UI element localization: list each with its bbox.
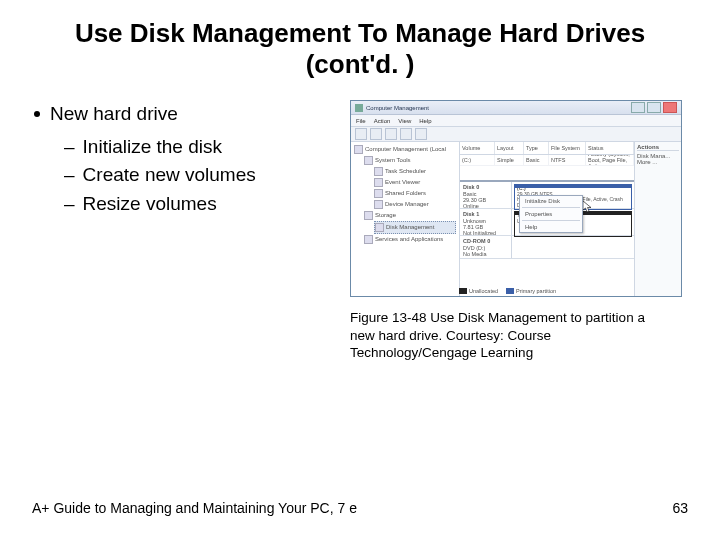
menu-initialize-disk[interactable]: Initialize Disk — [520, 196, 582, 206]
menu-action[interactable]: Action — [374, 118, 391, 124]
legend-primary: Primary partition — [516, 288, 556, 294]
tree-storage[interactable]: Storage — [364, 210, 456, 221]
tree-device-manager[interactable]: Device Manager — [374, 199, 456, 210]
window-title-text: Computer Management — [366, 105, 429, 111]
menu-properties[interactable]: Properties — [520, 209, 582, 219]
tree-disk-management[interactable]: Disk Management — [374, 221, 456, 234]
svg-marker-0 — [583, 201, 591, 212]
legend-unallocated: Unallocated — [469, 288, 498, 294]
actions-header: Actions — [637, 144, 679, 151]
footer-left: A+ Guide to Managing and Maintaining You… — [32, 500, 357, 516]
folder-icon — [374, 189, 383, 198]
menu-separator — [522, 220, 580, 221]
legend-swatch-unallocated — [459, 288, 467, 294]
main-content: New hard drive – Initialize the disk – C… — [0, 100, 720, 362]
toolbar-forward-icon[interactable] — [370, 128, 382, 140]
sub-bullet-text: Initialize the disk — [83, 133, 222, 162]
bullet-list: New hard drive – Initialize the disk – C… — [30, 100, 340, 218]
col-filesystem[interactable]: File System — [549, 142, 586, 154]
tree-services-apps[interactable]: Services and Applications — [364, 234, 456, 245]
device-icon — [374, 200, 383, 209]
cell-fs: NTFS — [549, 155, 586, 165]
bullet-top-text: New hard drive — [50, 100, 178, 129]
disk1-header: Disk 1 Unknown 7.81 GB Not Initialized — [460, 209, 512, 235]
col-layout[interactable]: Layout — [495, 142, 524, 154]
col-type[interactable]: Type — [524, 142, 549, 154]
figure-caption: Figure 13-48 Use Disk Management to part… — [350, 309, 660, 362]
screenshot-computer-management: Computer Management File Action View Hel… — [350, 100, 682, 297]
sub-bullet: – Initialize the disk — [64, 133, 340, 162]
bullet-dot-icon — [34, 111, 40, 117]
actions-pane: Actions Disk Mana... More ... — [634, 142, 681, 297]
cell-status: Healthy (System, Boot, Page File, Acti — [586, 155, 634, 165]
page-number: 63 — [672, 500, 688, 516]
legend: Unallocated Primary partition — [459, 288, 556, 295]
event-icon — [374, 178, 383, 187]
legend-swatch-primary — [506, 288, 514, 294]
toolbar-back-icon[interactable] — [355, 128, 367, 140]
disk-icon — [375, 223, 384, 232]
window-body: Computer Management (Local System Tools … — [351, 142, 681, 297]
close-button[interactable] — [663, 102, 677, 113]
dash-icon: – — [64, 161, 75, 190]
computer-icon — [354, 145, 363, 154]
slide-footer: A+ Guide to Managing and Maintaining You… — [32, 500, 688, 516]
sub-bullet: – Create new volumes — [64, 161, 340, 190]
app-icon — [355, 104, 363, 112]
col-volume[interactable]: Volume — [460, 142, 495, 154]
cdrom-row[interactable]: CD-ROM 0 DVD (D:) No Media — [460, 236, 634, 259]
cell-type: Basic — [524, 155, 549, 165]
dash-icon: – — [64, 190, 75, 219]
toolbar-view-icon[interactable] — [400, 128, 412, 140]
tools-icon — [364, 156, 373, 165]
context-menu: Initialize Disk Properties Help — [519, 195, 583, 233]
window-controls — [631, 102, 677, 113]
dash-icon: – — [64, 133, 75, 162]
menu-bar: File Action View Help — [351, 115, 681, 127]
storage-icon — [364, 211, 373, 220]
sub-bullet-text: Create new volumes — [83, 161, 256, 190]
menu-help[interactable]: Help — [419, 118, 431, 124]
menu-help[interactable]: Help — [520, 222, 582, 232]
volume-grid-header: Volume Layout Type File System Status — [460, 142, 634, 155]
tree-root[interactable]: Computer Management (Local — [354, 144, 456, 155]
services-icon — [364, 235, 373, 244]
cell-vol: (C:) — [460, 155, 495, 165]
actions-more[interactable]: More ... — [637, 159, 679, 165]
tree-system-tools[interactable]: System Tools — [364, 155, 456, 166]
sub-bullet: – Resize volumes — [64, 190, 340, 219]
col-status[interactable]: Status — [586, 142, 634, 154]
disk0-header: Disk 0 Basic 29.30 GB Online — [460, 182, 512, 208]
toolbar-refresh-icon[interactable] — [385, 128, 397, 140]
cell-layout: Simple — [495, 155, 524, 165]
bullet-top: New hard drive — [30, 100, 340, 129]
menu-view[interactable]: View — [398, 118, 411, 124]
cdrom-header: CD-ROM 0 DVD (D:) No Media — [460, 236, 512, 258]
slide-title: Use Disk Management To Manage Hard Drive… — [50, 18, 670, 80]
tree-shared-folders[interactable]: Shared Folders — [374, 188, 456, 199]
tree-event-viewer[interactable]: Event Viewer — [374, 177, 456, 188]
maximize-button[interactable] — [647, 102, 661, 113]
volume-row[interactable]: (C:) Simple Basic NTFS Healthy (System, … — [460, 155, 634, 166]
tree-task-scheduler[interactable]: Task Scheduler — [374, 166, 456, 177]
figure-column: Computer Management File Action View Hel… — [350, 100, 690, 362]
tree-pane: Computer Management (Local System Tools … — [351, 142, 460, 297]
window-titlebar: Computer Management — [351, 101, 681, 115]
toolbar — [351, 127, 681, 142]
clock-icon — [374, 167, 383, 176]
sub-bullet-text: Resize volumes — [83, 190, 217, 219]
menu-separator — [522, 207, 580, 208]
minimize-button[interactable] — [631, 102, 645, 113]
menu-file[interactable]: File — [356, 118, 366, 124]
toolbar-help-icon[interactable] — [415, 128, 427, 140]
